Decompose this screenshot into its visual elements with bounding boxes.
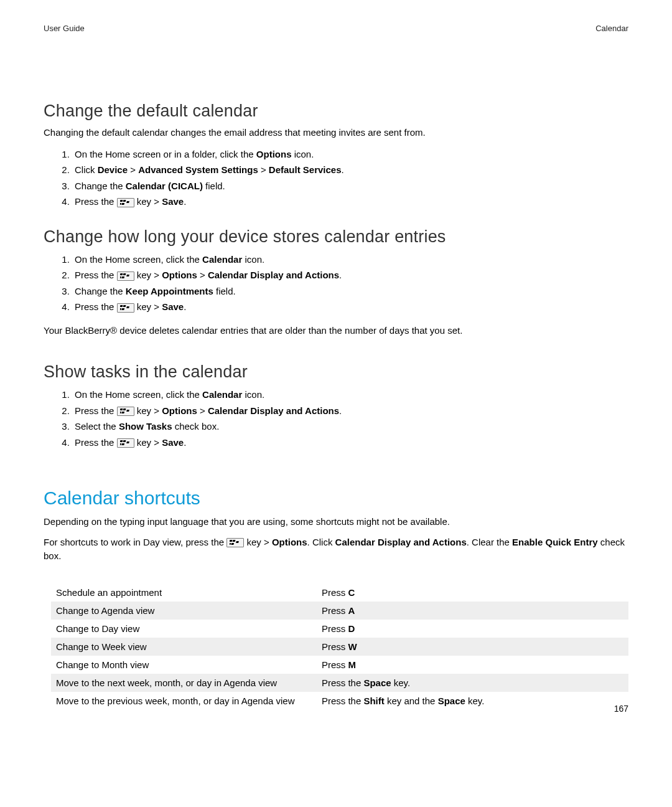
shortcut-action: Change to Day view: [51, 620, 317, 638]
svg-rect-20: [120, 440, 123, 442]
blackberry-menu-key-icon: [117, 198, 134, 207]
shortcut-key: Press C: [317, 583, 628, 602]
table-row: Change to Month viewPress M: [51, 656, 628, 674]
blackberry-menu-key-icon: [117, 438, 134, 448]
step: Press the key > Save.: [72, 299, 628, 315]
shortcut-key: Press W: [317, 638, 628, 656]
svg-rect-18: [120, 412, 121, 413]
steps-list-1: On the Home screen or in a folder, click…: [44, 146, 628, 210]
blackberry-menu-key-icon: [117, 407, 134, 416]
svg-rect-13: [120, 308, 121, 310]
blackberry-menu-key-icon: [226, 538, 244, 547]
svg-rect-15: [120, 408, 123, 410]
svg-rect-22: [126, 441, 129, 443]
svg-rect-27: [236, 541, 239, 543]
step: On the Home screen, click the Calendar i…: [72, 252, 628, 268]
svg-rect-17: [126, 410, 129, 412]
svg-rect-12: [126, 306, 129, 308]
svg-rect-0: [120, 200, 123, 202]
heading-change-default-calendar: Change the default calendar: [44, 101, 628, 121]
shortcut-action: Move to the next week, month, or day in …: [51, 674, 317, 692]
table-row: Change to Agenda viewPress A: [51, 602, 628, 620]
svg-rect-24: [121, 443, 124, 445]
svg-rect-11: [123, 305, 126, 307]
svg-rect-8: [120, 276, 121, 278]
table-row: Move to the next week, month, or day in …: [51, 674, 628, 692]
svg-rect-26: [233, 540, 236, 542]
svg-rect-28: [230, 543, 231, 545]
step: On the Home screen or in a folder, click…: [72, 146, 628, 163]
svg-rect-4: [121, 203, 124, 205]
table-row: Schedule an appointmentPress C: [51, 583, 628, 602]
step: Click Device > Advanced System Settings …: [72, 162, 628, 178]
step: Change the Calendar (CICAL) field.: [72, 178, 628, 194]
step: Press the key > Save.: [72, 194, 628, 210]
shortcuts-table: Schedule an appointmentPress CChange to …: [51, 583, 628, 710]
svg-rect-3: [120, 203, 121, 205]
svg-rect-9: [121, 276, 124, 278]
shortcut-action: Schedule an appointment: [51, 583, 317, 602]
svg-rect-19: [121, 412, 124, 413]
table-row: Move to the previous week, month, or day…: [51, 692, 628, 710]
svg-rect-7: [126, 275, 129, 276]
shortcut-key: Press A: [317, 602, 628, 620]
steps-list-2: On the Home screen, click the Calendar i…: [44, 252, 628, 315]
shortcuts-intro-2: For shortcuts to work in Day view, press…: [44, 536, 628, 564]
shortcut-action: Change to Week view: [51, 638, 317, 656]
svg-rect-2: [126, 201, 129, 203]
svg-rect-16: [123, 408, 126, 410]
shortcut-key: Press the Space key.: [317, 674, 628, 692]
table-row: Change to Day viewPress D: [51, 620, 628, 638]
step: Change the Keep Appointments field.: [72, 283, 628, 300]
blackberry-menu-key-icon: [117, 303, 134, 313]
shortcut-action: Change to Agenda view: [51, 602, 317, 620]
shortcut-key: Press M: [317, 656, 628, 674]
step: Select the Show Tasks check box.: [72, 418, 628, 435]
step: Press the key > Save.: [72, 435, 628, 451]
heading-show-tasks: Show tasks in the calendar: [44, 362, 628, 382]
svg-rect-5: [120, 273, 123, 275]
svg-rect-10: [120, 305, 123, 307]
step: Press the key > Options > Calendar Displ…: [72, 267, 628, 283]
shortcut-action: Move to the previous week, month, or day…: [51, 692, 317, 710]
header-right: Calendar: [595, 24, 628, 33]
header-left: User Guide: [44, 24, 85, 33]
svg-rect-6: [123, 273, 126, 275]
svg-rect-1: [123, 200, 126, 202]
shortcut-key: Press D: [317, 620, 628, 638]
shortcuts-intro-1: Depending on the typing input language t…: [44, 515, 628, 529]
heading-calendar-shortcuts: Calendar shortcuts: [44, 488, 628, 509]
svg-rect-25: [230, 540, 232, 542]
svg-rect-21: [123, 440, 126, 442]
heading-store-duration: Change how long your device stores calen…: [44, 227, 628, 247]
step: On the Home screen, click the Calendar i…: [72, 387, 628, 403]
note-text: Your BlackBerry® device deletes calendar…: [44, 324, 628, 338]
table-row: Change to Week viewPress W: [51, 638, 628, 656]
page-header: User Guide Calendar: [44, 24, 628, 33]
svg-rect-14: [121, 308, 124, 310]
step: Press the key > Options > Calendar Displ…: [72, 403, 628, 419]
svg-rect-29: [231, 543, 235, 545]
blackberry-menu-key-icon: [117, 271, 134, 281]
shortcut-action: Change to Month view: [51, 656, 317, 674]
intro-text: Changing the default calendar changes th…: [44, 126, 628, 140]
shortcut-key: Press the Shift key and the Space key.: [317, 692, 628, 710]
page-number: 167: [614, 704, 628, 714]
steps-list-3: On the Home screen, click the Calendar i…: [44, 387, 628, 450]
svg-rect-23: [120, 443, 121, 445]
